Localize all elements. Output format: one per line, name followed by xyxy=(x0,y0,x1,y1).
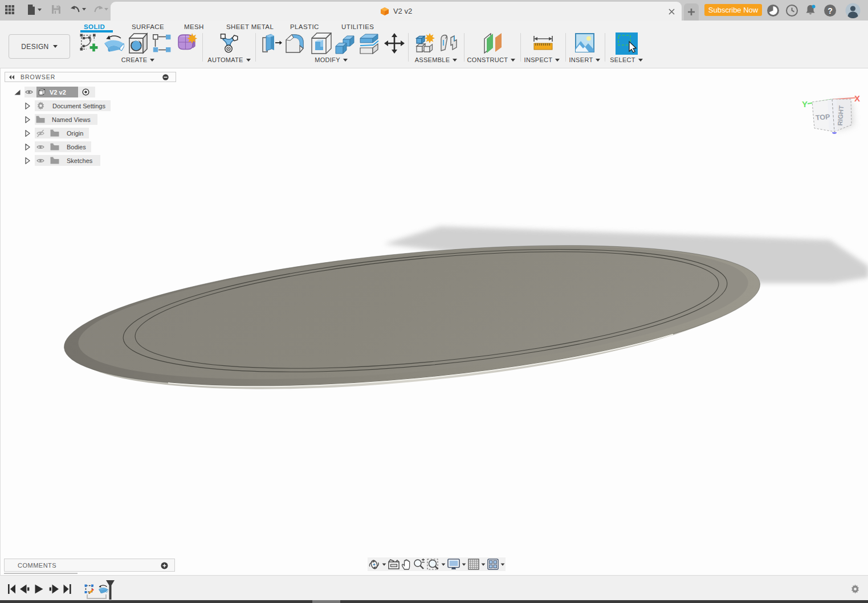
hole-icon[interactable] xyxy=(129,32,148,54)
redo-icon xyxy=(89,1,111,18)
visibility-off-eye-icon[interactable] xyxy=(36,129,45,137)
new-component-icon[interactable] xyxy=(415,33,436,54)
group-label-assemble[interactable]: ASSEMBLE xyxy=(407,55,464,64)
visibility-eye-icon[interactable] xyxy=(25,89,33,95)
add-comment-icon[interactable] xyxy=(161,562,168,569)
hide-all-icon[interactable] xyxy=(162,74,169,80)
group-label-text: INSPECT xyxy=(524,56,553,63)
job-status-icon[interactable] xyxy=(766,3,780,17)
zoom-icon[interactable] xyxy=(413,559,425,570)
orbit-icon[interactable] xyxy=(368,559,380,570)
automated-modeling-icon[interactable] xyxy=(218,34,239,53)
pan-icon[interactable] xyxy=(401,559,411,570)
activate-component-radio[interactable] xyxy=(82,88,89,96)
timeline-scrollbar-track[interactable] xyxy=(0,600,868,603)
look-at-icon[interactable] xyxy=(388,559,400,569)
save-icon xyxy=(48,1,64,18)
timeline-scrollbar-thumb[interactable] xyxy=(312,600,340,603)
tab-surface[interactable]: SURFACE xyxy=(132,22,164,32)
timeline-position-marker[interactable] xyxy=(105,580,115,600)
revolve-icon[interactable] xyxy=(104,34,124,52)
help-icon[interactable]: ? xyxy=(823,3,837,17)
group-label-automate[interactable]: AUTOMATE xyxy=(201,55,258,64)
comments-resize-grip[interactable] xyxy=(4,573,78,574)
expand-collapse-icon[interactable] xyxy=(25,144,30,150)
timeline-step-back-icon[interactable] xyxy=(19,584,30,594)
visibility-eye-icon[interactable] xyxy=(36,157,45,165)
new-tab-button[interactable] xyxy=(684,3,699,21)
timeline-settings-gear-icon[interactable] xyxy=(850,584,860,594)
expand-collapse-icon[interactable] xyxy=(25,130,30,137)
visibility-eye-icon[interactable] xyxy=(36,143,45,151)
notifications-bell-icon[interactable] xyxy=(804,3,817,17)
tab-solid[interactable]: SOLID xyxy=(84,22,105,32)
tree-item-label: Sketches xyxy=(67,157,92,164)
create-sketch-icon[interactable] xyxy=(80,34,98,53)
view-cube-top-label: TOP xyxy=(815,113,830,122)
grid-snaps-icon[interactable] xyxy=(468,559,479,570)
fit-icon[interactable] xyxy=(427,559,439,570)
group-label-modify[interactable]: MODIFY xyxy=(303,55,360,64)
model-3d-view[interactable] xyxy=(1,68,868,575)
timeline-go-to-end-icon[interactable] xyxy=(63,584,71,594)
chevron-down-icon[interactable] xyxy=(481,563,485,565)
view-cube[interactable]: Y X TOP RIGHT xyxy=(792,79,868,141)
recent-activity-icon[interactable] xyxy=(785,3,798,17)
close-tab-icon[interactable] xyxy=(666,6,677,17)
press-pull-icon[interactable] xyxy=(262,33,282,54)
tab-plastic[interactable]: PLASTIC xyxy=(290,22,319,32)
browser-row-bodies[interactable]: Bodies xyxy=(0,141,86,152)
timeline-sketch-feature[interactable] xyxy=(84,584,94,594)
collapse-panel-icon[interactable] xyxy=(9,75,15,80)
expand-collapse-icon[interactable] xyxy=(25,116,30,123)
workspace-selector[interactable]: DESIGN xyxy=(9,34,70,59)
pattern-icon[interactable] xyxy=(153,34,171,52)
insert-image-icon[interactable] xyxy=(575,33,594,52)
display-settings-icon[interactable] xyxy=(447,559,460,570)
tab-utilities[interactable]: UTILITIES xyxy=(341,22,374,32)
comments-bar[interactable]: COMMENTS xyxy=(4,559,175,572)
chevron-down-icon[interactable] xyxy=(462,563,466,565)
folder-icon xyxy=(50,129,59,137)
construction-plane-icon[interactable] xyxy=(483,33,503,54)
measure-icon[interactable] xyxy=(533,35,553,50)
shell-icon[interactable] xyxy=(311,32,332,54)
browser-row-root[interactable]: V2 v2 xyxy=(0,87,89,97)
expand-collapse-icon[interactable] xyxy=(25,157,30,164)
timeline-go-to-start-icon[interactable] xyxy=(8,584,15,594)
subscribe-button[interactable]: Subscribe Now xyxy=(704,4,762,16)
group-label-create[interactable]: CREATE xyxy=(109,55,166,64)
combine-icon[interactable] xyxy=(335,32,354,54)
move-copy-icon[interactable] xyxy=(384,33,405,54)
app-grid-menu-icon[interactable] xyxy=(2,1,18,18)
browser-row-document-settings[interactable]: Document Settings xyxy=(0,100,105,111)
viewports-icon[interactable] xyxy=(487,559,499,570)
avatar[interactable] xyxy=(845,3,861,18)
tab-sheet-metal[interactable]: SHEET METAL xyxy=(226,22,274,32)
joint-icon[interactable] xyxy=(439,33,459,54)
chevron-down-icon[interactable] xyxy=(442,563,446,565)
undo-icon[interactable] xyxy=(67,1,89,18)
fillet-icon[interactable] xyxy=(285,33,305,54)
browser-row-named-views[interactable]: Named Views xyxy=(0,114,91,125)
create-form-icon[interactable] xyxy=(177,33,197,54)
browser-header[interactable]: BROWSER xyxy=(5,72,176,82)
group-label-construct[interactable]: CONSTRUCT xyxy=(463,55,520,64)
viewport-canvas[interactable]: Y X TOP RIGHT xyxy=(0,68,868,575)
group-label-select[interactable]: SELECT xyxy=(598,55,655,64)
file-menu-icon[interactable] xyxy=(24,1,44,18)
timeline-play-icon[interactable] xyxy=(35,584,43,594)
expand-collapse-icon[interactable] xyxy=(14,89,21,95)
browser-row-sketches[interactable]: Sketches xyxy=(0,155,92,166)
document-tab[interactable]: V2 v2 xyxy=(111,2,682,21)
chevron-down-icon[interactable] xyxy=(382,563,386,565)
timeline-step-forward-icon[interactable] xyxy=(49,584,59,594)
chevron-down-icon[interactable] xyxy=(500,563,504,565)
browser-row-origin[interactable]: Origin xyxy=(0,128,83,138)
axis-z-nub xyxy=(832,132,837,134)
expand-collapse-icon[interactable] xyxy=(25,103,30,109)
tab-mesh[interactable]: MESH xyxy=(184,22,204,32)
select-icon[interactable] xyxy=(616,32,638,55)
root-component-label[interactable]: V2 v2 xyxy=(36,87,78,97)
offset-face-icon[interactable] xyxy=(359,32,380,54)
